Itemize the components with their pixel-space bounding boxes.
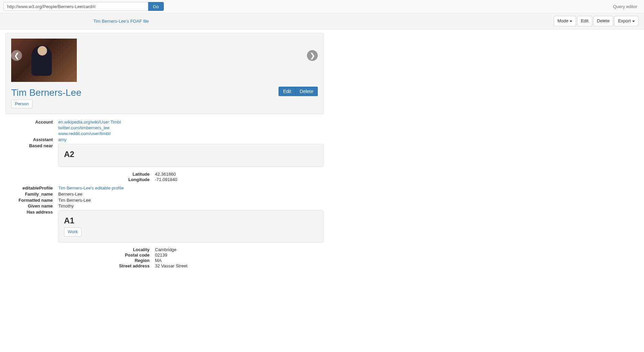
prop-label: Assistant <box>5 137 53 143</box>
property-grid: Account en.wikipedia.org/wiki/User:Timbl… <box>5 119 324 271</box>
subject-title-link[interactable]: Tim Berners-Lee <box>11 87 81 98</box>
chevron-left-icon: ❮ <box>14 51 20 60</box>
main-content: ❮ ❯ Tim Berners-Lee Person Edit Delete A… <box>0 33 329 271</box>
assistant-link[interactable]: amy <box>58 137 67 142</box>
prop-label: Account <box>5 119 53 125</box>
caret-down-icon <box>632 21 635 22</box>
mode-dropdown[interactable]: Mode <box>554 16 576 26</box>
prop-formatted-name: Formatted name Tim Berners-Lee <box>5 198 324 203</box>
card-edit-button[interactable]: Edit <box>279 87 295 96</box>
prop-value: MA <box>155 258 162 263</box>
based-near-card: A2 <box>58 144 324 167</box>
type-badge-person[interactable]: Person <box>11 100 32 108</box>
card-delete-button[interactable]: Delete <box>296 87 318 96</box>
prop-value: Timothy <box>58 203 324 209</box>
card-actions: Edit Delete <box>279 87 318 96</box>
prop-label: Street address <box>106 263 150 268</box>
prop-label: Family_name <box>5 192 53 197</box>
chevron-right-icon: ❯ <box>310 51 315 60</box>
based-near-id: A2 <box>64 150 318 159</box>
subject-card: ❮ ❯ Tim Berners-Lee Person Edit Delete <box>5 33 324 114</box>
address-id: A1 <box>64 216 318 225</box>
prop-value: Berners-Lee <box>58 192 324 197</box>
prop-label: Longitude <box>106 177 150 182</box>
document-link[interactable]: Tim Berners-Lee's FOAF file <box>93 19 149 24</box>
query-editor-link[interactable]: Query editor <box>613 4 637 9</box>
prop-has-address: Has address A1 Work Locality Cambridge P… <box>5 210 324 271</box>
editable-profile-link[interactable]: Tim Berners-Lee's editable profile <box>58 185 124 191</box>
top-bar: Go Query editor <box>0 0 644 13</box>
prop-street-address: Street address 32 Vassar Street <box>106 263 324 268</box>
prop-label: Given name <box>5 203 53 209</box>
prop-value: -71.091840 <box>155 177 177 182</box>
subject-image <box>11 39 77 82</box>
prop-value: 32 Vassar Street <box>155 263 187 268</box>
delete-button[interactable]: Delete <box>593 16 614 26</box>
prop-value: 42.361860 <box>155 172 176 177</box>
prop-given-name: Given name Timothy <box>5 203 324 209</box>
prop-longitude: Longitude -71.091840 <box>106 177 324 182</box>
sub-bar: Tim Berners-Lee's FOAF file Mode Edit De… <box>0 13 644 29</box>
go-button[interactable]: Go <box>148 2 164 11</box>
prop-locality: Locality Cambridge <box>106 247 324 252</box>
prop-editable-profile: editableProfile Tim Berners-Lee's editab… <box>5 185 324 191</box>
prop-label: Based near <box>5 143 53 149</box>
prop-label: Has address <box>5 210 53 215</box>
prop-label: editableProfile <box>5 185 53 191</box>
prop-value: Cambridge <box>155 247 177 252</box>
prop-value: 02139 <box>155 252 167 258</box>
prop-latitude: Latitude 42.361860 <box>106 172 324 177</box>
caret-down-icon <box>570 21 572 22</box>
prop-region: Region MA <box>106 258 324 263</box>
edit-button[interactable]: Edit <box>577 16 592 26</box>
prop-label: Region <box>106 258 150 263</box>
uri-input[interactable] <box>3 2 148 11</box>
next-arrow[interactable]: ❯ <box>307 50 318 61</box>
prop-family-name: Family_name Berners-Lee <box>5 192 324 197</box>
prop-label: Locality <box>106 247 150 252</box>
prop-postal-code: Postal code 02139 <box>106 252 324 258</box>
prev-arrow[interactable]: ❮ <box>11 50 22 61</box>
prop-assistant: Assistant amy <box>5 137 324 143</box>
prop-label: Formatted name <box>5 198 53 203</box>
subject-title: Tim Berners-Lee <box>11 87 318 98</box>
type-badge-work[interactable]: Work <box>64 227 82 236</box>
prop-account: Account en.wikipedia.org/wiki/User:Timbl… <box>5 119 324 137</box>
export-dropdown[interactable]: Export <box>614 16 639 26</box>
prop-based-near: Based near A2 Latitude 42.361860 Longitu… <box>5 143 324 185</box>
account-link[interactable]: www.reddit.com/user/timbl/ <box>58 131 111 136</box>
prop-value: Tim Berners-Lee <box>58 198 324 203</box>
prop-label: Latitude <box>106 172 150 177</box>
account-link[interactable]: en.wikipedia.org/wiki/User:Timbl <box>58 119 121 125</box>
account-link[interactable]: twitter.com/timberners_lee <box>58 125 110 130</box>
prop-label: Postal code <box>106 252 150 258</box>
address-card: A1 Work <box>58 210 324 242</box>
